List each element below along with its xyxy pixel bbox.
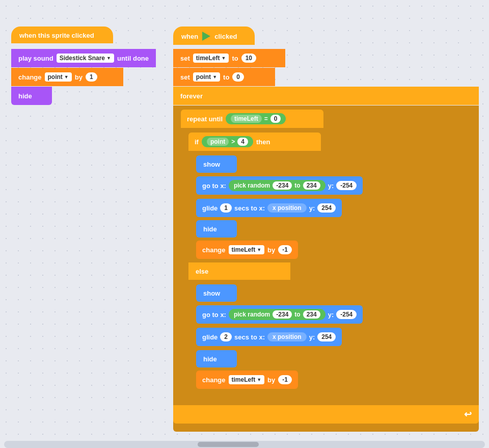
change-value: 1 [86, 72, 97, 82]
play-sound-block: play sound Sidestick Snare▼ until done [11, 49, 156, 67]
forever-block: forever [173, 87, 479, 105]
hide-block-1: hide [196, 220, 237, 238]
repeat-until-block: repeat until timeLeft = 0 [181, 110, 323, 128]
set-point-block: set point▼ to 0 [173, 68, 275, 86]
when-sprite-clicked-hat: when this sprite clicked [11, 27, 113, 43]
show-block-2: show [196, 284, 237, 302]
hat-label: when this sprite clicked [19, 32, 94, 39]
set-timeleft-block: set timeLeft▼ to 10 [173, 49, 285, 67]
if-condition: point > 4 [202, 136, 253, 147]
change-timeleft-2: change timeLeft▼ by -1 [196, 371, 298, 389]
play-sound-prefix: play sound [18, 55, 53, 62]
glide-block-1: glide 1 secs to x: x position y: 254 [196, 199, 342, 217]
play-sound-dropdown[interactable]: Sidestick Snare▼ [57, 54, 114, 63]
clicked-label: clicked [214, 33, 237, 40]
glide-block-2: glide 2 secs to x: x position y: 254 [196, 328, 342, 346]
pick-random-2: pick random -234 to 234 [229, 309, 325, 320]
play-sound-suffix: until done [117, 55, 149, 62]
loop-arrow-icon: ↪ [464, 409, 472, 420]
forever-end-cap: ↪ [173, 405, 479, 424]
change-timeleft-1: change timeLeft▼ by -1 [196, 241, 298, 259]
repeat-condition: timeLeft = 0 [226, 113, 286, 124]
green-flag-icon [202, 32, 210, 41]
change-dropdown[interactable]: point▼ [45, 72, 72, 82]
hide-block-left: hide [11, 87, 52, 105]
goto-block-1: go to x: pick random -234 to 234 y: -254 [196, 176, 363, 195]
change-prefix: change [18, 73, 42, 81]
scrollbar-thumb[interactable] [198, 442, 259, 447]
change-by: by [75, 73, 83, 81]
when-label: when [181, 33, 198, 40]
show-block-1: show [196, 155, 237, 173]
pick-random-1: pick random -234 to 234 [229, 180, 325, 191]
goto-block-2: go to x: pick random -234 to 234 y: -254 [196, 305, 363, 324]
change-point-block: change point▼ by 1 [11, 68, 123, 86]
else-label: else [188, 262, 290, 280]
if-block: if point > 4 then [188, 133, 321, 151]
scrollbar-track[interactable] [4, 441, 485, 448]
hide-block-2: hide [196, 350, 237, 367]
when-flag-clicked-hat: when clicked [173, 27, 255, 45]
hide-label: hide [18, 92, 32, 100]
